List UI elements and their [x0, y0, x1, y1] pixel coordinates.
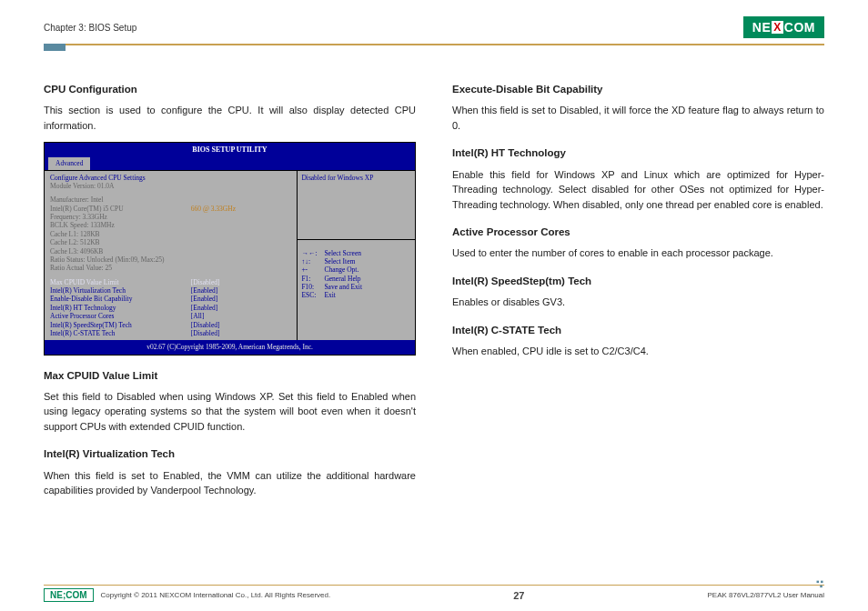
bios-ratio: Ratio Status: Unlocked (Min:09, Max:25)	[50, 255, 291, 264]
bios-ratio2: Ratio Actual Value: 25	[50, 264, 291, 272]
heading-max-cpuid: Max CPUID Value Limit	[44, 368, 416, 384]
heading-speedstep: Intel(R) SpeedStep(tm) Tech	[452, 274, 824, 289]
footer-dots-icon: ▪▪ ▪	[816, 579, 824, 588]
footer-logo: NE;COM	[44, 588, 94, 602]
bios-title: BIOS SETUP UTILITY	[45, 143, 415, 157]
bios-help-row: →←:Select Screen	[301, 249, 411, 257]
bios-body: Configure Advanced CPU Settings Module V…	[45, 170, 415, 341]
bios-tabs: Advanced	[45, 157, 415, 169]
content-area: CPU Configuration This section is used t…	[0, 45, 868, 515]
logo-x-icon: X	[772, 21, 783, 34]
page-footer: ▪▪ ▪ NE;COM Copyright © 2011 NEXCOM Inte…	[44, 585, 824, 603]
bios-help-row: +-Change Opt.	[301, 265, 411, 274]
page-tab-mark	[44, 44, 66, 51]
text-speedstep: Enables or disables GV3.	[452, 295, 824, 310]
right-column: Execute-Disable Bit Capability When this…	[452, 82, 824, 506]
bios-freq: Frequency: 3.33GHz	[50, 213, 291, 221]
bios-setting-row: Intel(R) HT Technology[Enabled]	[50, 304, 291, 312]
heading-cpu-config: CPU Configuration	[44, 82, 416, 97]
bios-help-row: F10:Save and Exit	[301, 283, 411, 291]
heading-cstate: Intel(R) C-STATE Tech	[452, 323, 824, 338]
text-cpu-config: This section is used to configure the CP…	[44, 103, 416, 133]
bios-l3: Cache L3: 4096KB	[50, 247, 291, 255]
bios-cpu-row: Intel(R) Core(TM) i5 CPU 660 @ 3.33GHz	[50, 205, 291, 213]
bios-setting-row: Active Processor Cores[All]	[50, 312, 291, 320]
bios-help-note: Disabled for Windows XP	[301, 174, 411, 237]
bios-setting-row: Enable-Disable Bit Capability[Enabled]	[50, 295, 291, 303]
bios-tab-advanced: Advanced	[48, 157, 90, 169]
text-ht: Enable this field for Windows XP and Lin…	[452, 167, 824, 213]
heading-virt: Intel(R) Virtualization Tech	[44, 446, 416, 462]
heading-ht: Intel(R) HT Technology	[452, 145, 824, 161]
doc-title: PEAK 876VL2/877VL2 User Manual	[707, 591, 824, 599]
heading-cores: Active Processor Cores	[452, 225, 824, 240]
text-xd: When this field is set to Disabled, it w…	[452, 103, 824, 133]
bios-left-panel: Configure Advanced CPU Settings Module V…	[45, 171, 298, 341]
page-number: 27	[513, 590, 524, 601]
bios-footer: v02.67 (C)Copyright 1985-2009, American …	[45, 340, 415, 354]
bios-module-version: Module Version: 01.0A	[50, 182, 291, 190]
text-virt: When this field is set to Enabled, the V…	[44, 468, 416, 498]
bios-bclk: BCLK Speed: 133MHz	[50, 221, 291, 229]
chapter-label: Chapter 3: BIOS Setup	[44, 23, 136, 33]
bios-setting-row: Intel(R) SpeedStep(TM) Tech[Disabled]	[50, 321, 291, 329]
copyright-text: Copyright © 2011 NEXCOM International Co…	[101, 591, 331, 599]
bios-setting-row: Max CPUID Value Limit[Disabled]	[50, 278, 291, 286]
bios-help-row: ↑↓:Select Item	[301, 257, 411, 265]
left-column: CPU Configuration This section is used t…	[44, 82, 416, 506]
text-max-cpuid: Set this field to Disabled when using Wi…	[44, 389, 416, 435]
footer-rule	[44, 585, 824, 586]
heading-xd: Execute-Disable Bit Capability	[452, 82, 824, 97]
bios-manufacturer: Manufacturer: Intel	[50, 195, 291, 204]
text-cores: Used to enter the number of cores to ena…	[452, 245, 824, 261]
bios-setting-row: Intel(R) C-STATE Tech[Disabled]	[50, 329, 291, 337]
bios-setting-row: Intel(R) Virtualization Tech[Enabled]	[50, 286, 291, 295]
bios-help-row: ESC:Exit	[301, 291, 411, 299]
text-cstate: When enabled, CPU idle is set to C2/C3/C…	[452, 344, 824, 359]
bios-l1: Cache L1: 128KB	[50, 230, 291, 238]
footer-bar: NE;COM Copyright © 2011 NEXCOM Internati…	[44, 588, 824, 602]
bios-help-row: F1:General Help	[301, 275, 411, 283]
bios-right-panel: Disabled for Windows XP →←:Select Screen…	[298, 171, 415, 341]
bios-l2: Cache L2: 512KB	[50, 238, 291, 246]
bios-screenshot: BIOS SETUP UTILITY Advanced Configure Ad…	[44, 142, 416, 355]
bios-config-line: Configure Advanced CPU Settings	[50, 174, 291, 182]
nexcom-logo: NEXCOM	[743, 16, 824, 38]
page-header: Chapter 3: BIOS Setup NEXCOM	[0, 0, 868, 44]
